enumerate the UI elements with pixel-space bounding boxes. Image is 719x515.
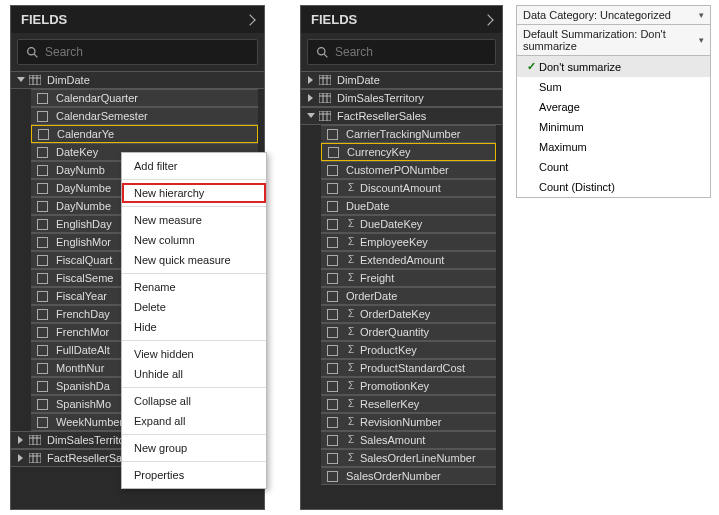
checkbox[interactable] — [327, 129, 338, 140]
field-row[interactable]: ΣPromotionKey — [321, 377, 496, 395]
checkbox[interactable] — [327, 255, 338, 266]
checkbox[interactable] — [37, 291, 48, 302]
field-row[interactable]: CalendarSemester — [31, 107, 258, 125]
checkbox[interactable] — [37, 273, 48, 284]
field-row[interactable]: DueDate — [321, 197, 496, 215]
field-row[interactable]: CalendarYe — [31, 125, 258, 143]
panel-header[interactable]: FIELDS — [301, 6, 502, 33]
default-summarization-dropdown[interactable]: Default Summarization: Don't summarize ▾ — [516, 25, 711, 56]
collapse-icon[interactable] — [307, 76, 315, 84]
search-input[interactable] — [329, 43, 491, 61]
checkbox[interactable] — [327, 183, 338, 194]
checkbox[interactable] — [37, 309, 48, 320]
checkbox[interactable] — [37, 345, 48, 356]
field-row[interactable]: CalendarQuarter — [31, 89, 258, 107]
field-row[interactable]: ΣDueDateKey — [321, 215, 496, 233]
checkbox[interactable] — [37, 219, 48, 230]
search-input[interactable] — [39, 43, 249, 61]
menu-item[interactable]: Delete — [122, 297, 266, 317]
summarization-option[interactable]: Average — [517, 97, 710, 117]
summarization-option[interactable]: Minimum — [517, 117, 710, 137]
panel-header[interactable]: FIELDS — [11, 6, 264, 33]
checkbox[interactable] — [37, 111, 48, 122]
expand-icon[interactable] — [17, 76, 25, 84]
table-row[interactable]: DimDate — [11, 71, 264, 89]
checkbox[interactable] — [327, 453, 338, 464]
search-box[interactable] — [17, 39, 258, 65]
menu-item[interactable]: Add filter — [122, 156, 266, 176]
field-row[interactable]: CarrierTrackingNumber — [321, 125, 496, 143]
summarization-option[interactable]: Count (Distinct) — [517, 177, 710, 197]
menu-item[interactable]: New measure — [122, 210, 266, 230]
checkbox[interactable] — [327, 165, 338, 176]
checkbox[interactable] — [327, 363, 338, 374]
table-row[interactable]: FactResellerSales — [301, 107, 502, 125]
checkbox[interactable] — [37, 417, 48, 428]
field-row[interactable]: ΣDiscountAmount — [321, 179, 496, 197]
checkbox[interactable] — [327, 273, 338, 284]
checkbox[interactable] — [37, 183, 48, 194]
menu-item[interactable]: Properties — [122, 465, 266, 485]
checkbox[interactable] — [37, 399, 48, 410]
search-box[interactable] — [307, 39, 496, 65]
checkbox[interactable] — [327, 309, 338, 320]
checkbox[interactable] — [37, 255, 48, 266]
checkbox[interactable] — [327, 237, 338, 248]
summarization-option[interactable]: ✓Don't summarize — [517, 56, 710, 77]
menu-item[interactable]: Unhide all — [122, 364, 266, 384]
collapse-icon[interactable] — [307, 94, 315, 102]
menu-item[interactable]: Rename — [122, 277, 266, 297]
menu-item[interactable]: New group — [122, 438, 266, 458]
checkbox[interactable] — [327, 345, 338, 356]
menu-item[interactable]: Collapse all — [122, 391, 266, 411]
expand-icon[interactable] — [307, 112, 315, 120]
field-row[interactable]: ΣOrderDateKey — [321, 305, 496, 323]
field-row[interactable]: CustomerPONumber — [321, 161, 496, 179]
summarization-option[interactable]: Count — [517, 157, 710, 177]
checkbox[interactable] — [328, 147, 339, 158]
field-row[interactable]: ΣResellerKey — [321, 395, 496, 413]
checkbox[interactable] — [37, 147, 48, 158]
menu-item[interactable]: Expand all — [122, 411, 266, 431]
field-row[interactable]: ΣSalesAmount — [321, 431, 496, 449]
menu-item[interactable]: New hierarchy — [122, 183, 266, 203]
checkbox[interactable] — [37, 327, 48, 338]
summarization-option[interactable]: Maximum — [517, 137, 710, 157]
checkbox[interactable] — [327, 399, 338, 410]
field-row[interactable]: OrderDate — [321, 287, 496, 305]
field-row[interactable]: ΣFreight — [321, 269, 496, 287]
checkbox[interactable] — [327, 327, 338, 338]
menu-item[interactable]: New column — [122, 230, 266, 250]
collapse-icon[interactable] — [17, 454, 25, 462]
field-row[interactable]: CurrencyKey — [321, 143, 496, 161]
checkbox[interactable] — [327, 381, 338, 392]
checkbox[interactable] — [327, 471, 338, 482]
checkbox[interactable] — [327, 291, 338, 302]
menu-item[interactable]: Hide — [122, 317, 266, 337]
checkbox[interactable] — [37, 237, 48, 248]
field-row[interactable]: ΣRevisionNumber — [321, 413, 496, 431]
table-row[interactable]: DimDate — [301, 71, 502, 89]
checkbox[interactable] — [37, 93, 48, 104]
field-row[interactable]: ΣProductStandardCost — [321, 359, 496, 377]
checkbox[interactable] — [37, 363, 48, 374]
summarization-option[interactable]: Sum — [517, 77, 710, 97]
checkbox[interactable] — [37, 165, 48, 176]
field-row[interactable]: ΣEmployeeKey — [321, 233, 496, 251]
field-row[interactable]: SalesOrderNumber — [321, 467, 496, 485]
menu-item[interactable]: View hidden — [122, 344, 266, 364]
checkbox[interactable] — [37, 201, 48, 212]
checkbox[interactable] — [327, 219, 338, 230]
checkbox[interactable] — [327, 201, 338, 212]
field-row[interactable]: ΣProductKey — [321, 341, 496, 359]
collapse-icon[interactable] — [17, 436, 25, 444]
data-category-dropdown[interactable]: Data Category: Uncategorized ▾ — [516, 5, 711, 25]
checkbox[interactable] — [37, 381, 48, 392]
field-row[interactable]: ΣOrderQuantity — [321, 323, 496, 341]
field-row[interactable]: ΣExtendedAmount — [321, 251, 496, 269]
menu-item[interactable]: New quick measure — [122, 250, 266, 270]
field-row[interactable]: ΣSalesOrderLineNumber — [321, 449, 496, 467]
checkbox[interactable] — [327, 417, 338, 428]
checkbox[interactable] — [38, 129, 49, 140]
table-row[interactable]: DimSalesTerritory — [301, 89, 502, 107]
